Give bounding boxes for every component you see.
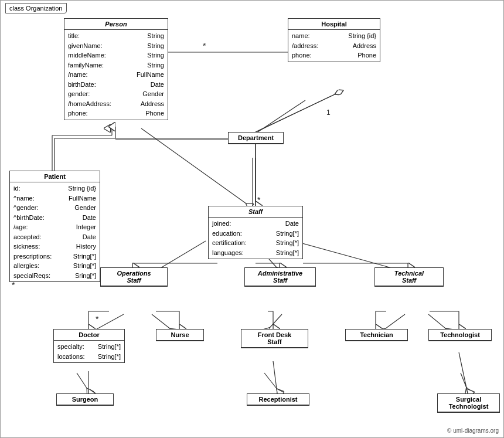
person-attrs: title:String givenName:String middleName… (64, 30, 168, 120)
administrative-staff-title: Administrative Staff (245, 268, 315, 286)
technical-staff-title: Technical Staff (375, 268, 443, 286)
svg-line-9 (253, 94, 335, 134)
hospital-title: Hospital (288, 19, 380, 30)
svg-line-21 (264, 373, 282, 395)
svg-line-10 (253, 100, 305, 135)
doctor-attrs: specialty:String[*] locations:String[*] (54, 341, 124, 362)
nurse-title: Nurse (156, 330, 203, 341)
hospital-box: Hospital name:String {id} /address:Addre… (288, 18, 380, 62)
front-desk-staff-title: Front Desk Staff (241, 330, 308, 348)
staff-title: Staff (209, 206, 302, 218)
staff-attrs: joined:Date education:String[*] certific… (209, 218, 302, 259)
svg-line-33 (273, 361, 277, 393)
patient-attrs: id:String {id} ^name:FullName ^gender:Ge… (10, 182, 100, 281)
svg-text:*: * (96, 314, 99, 324)
svg-text:*: * (257, 195, 261, 205)
doctor-title: Doctor (54, 330, 124, 341)
svg-text:1: 1 (326, 108, 331, 117)
department-title: Department (229, 133, 283, 144)
technologist-title: Technologist (429, 330, 491, 341)
technologist-box: Technologist (428, 329, 492, 341)
receptionist-box: Receptionist (247, 393, 309, 406)
nurse-box: Nurse (156, 329, 204, 341)
copyright: © uml-diagrams.org (447, 427, 499, 434)
svg-line-34 (459, 352, 468, 393)
department-box: Department (228, 132, 284, 144)
diagram-title: class Organization (5, 3, 67, 13)
surgeon-box: Surgeon (56, 393, 114, 406)
technician-box: Technician (345, 329, 408, 341)
surgical-technologist-title: Surgical Technologist (438, 394, 499, 412)
front-desk-staff-box: Front Desk Staff (241, 329, 308, 348)
patient-title: Patient (10, 171, 100, 182)
person-title: Person (64, 19, 168, 30)
svg-line-22 (461, 373, 469, 395)
operations-staff-title: Operations Staff (101, 268, 167, 286)
administrative-staff-box: Administrative Staff (244, 267, 316, 287)
hospital-attrs: name:String {id} /address:Address phone:… (288, 30, 380, 62)
staff-box: Staff joined:Date education:String[*] ce… (208, 206, 303, 259)
person-box: Person title:String givenName:String mid… (64, 18, 168, 120)
doctor-box: Doctor specialty:String[*] locations:Str… (53, 329, 125, 363)
patient-box: Patient id:String {id} ^name:FullName ^g… (9, 171, 100, 282)
svg-line-20 (77, 373, 91, 395)
technical-staff-box: Technical Staff (374, 267, 444, 287)
technician-title: Technician (346, 330, 407, 341)
svg-text:*: * (203, 41, 206, 50)
diagram-container: class Organization (0, 0, 504, 438)
operations-staff-box: Operations Staff (100, 267, 168, 287)
receptionist-title: Receptionist (247, 394, 309, 405)
surgeon-title: Surgeon (57, 394, 113, 405)
svg-line-29 (256, 94, 335, 132)
surgical-technologist-box: Surgical Technologist (437, 393, 500, 413)
